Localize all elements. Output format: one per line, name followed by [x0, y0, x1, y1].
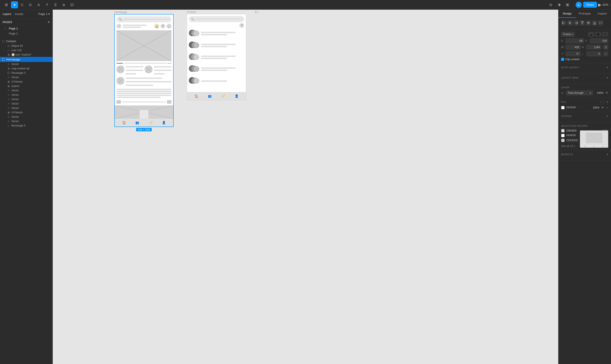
- layer-item-map-marker[interactable]: ⊟ map-marker-alt: [0, 66, 53, 71]
- contact-frame[interactable]: 🔍 📍: [187, 14, 246, 100]
- align-middle[interactable]: [586, 20, 591, 26]
- comment-tool[interactable]: [68, 1, 76, 8]
- pen-tool[interactable]: [35, 1, 42, 8]
- svg-rect-24: [2, 58, 3, 59]
- resize-reset[interactable]: ⤢: [603, 51, 608, 56]
- location-icon-wf: 📍: [160, 24, 165, 28]
- layer-item-rect3[interactable]: Rectangle 3: [0, 71, 53, 75]
- contrast-tool[interactable]: [556, 1, 563, 8]
- layer-item-3friends2[interactable]: ⊞ 3-Friends: [0, 110, 53, 115]
- shape-tool[interactable]: [27, 1, 34, 8]
- align-top[interactable]: [580, 20, 585, 26]
- pages-section: Pages + ✓ Page 1 Page 2: [0, 18, 53, 38]
- svg-rect-42: [562, 23, 565, 23]
- frame-tool[interactable]: [18, 1, 26, 8]
- layer-item-3friends1[interactable]: ⊞ 3-Friends: [0, 79, 53, 84]
- remove-fill[interactable]: −: [606, 106, 608, 110]
- sel-swatch-1[interactable]: [561, 129, 565, 132]
- tl1: [117, 89, 172, 90]
- layer-item-vector3[interactable]: Vector: [0, 88, 53, 93]
- angle-input[interactable]: [566, 52, 581, 56]
- text-tool[interactable]: T: [43, 1, 51, 8]
- layer-item-vector2[interactable]: Vector: [0, 75, 53, 79]
- svg-rect-60: [587, 23, 590, 23]
- tab-design[interactable]: Design: [558, 10, 576, 18]
- tab-assets[interactable]: Assets: [15, 12, 23, 16]
- blend-mode-dropdown[interactable]: Pass through ▾: [566, 91, 593, 95]
- multi-player[interactable]: [564, 1, 571, 8]
- svg-rect-64: [593, 24, 596, 24]
- align-bottom[interactable]: [592, 20, 597, 26]
- layer-item-vector5[interactable]: Vector: [0, 97, 53, 102]
- homepage-frame-label: Homepage: [114, 11, 127, 14]
- fill-dots[interactable]: ⋮⋮: [599, 100, 606, 104]
- corner-icon: ⌐: [582, 52, 585, 55]
- l7: [126, 78, 162, 79]
- blend-visibility[interactable]: 👁: [605, 91, 608, 95]
- hand-tool[interactable]: [60, 1, 67, 8]
- frame-dropdown[interactable]: Frame ▾: [561, 32, 575, 37]
- layer-item-ellipse83[interactable]: Ellipse 83: [0, 44, 53, 48]
- component-icon: ⊞: [7, 53, 10, 56]
- x-input[interactable]: -59: [566, 39, 584, 43]
- w-input[interactable]: 428: [566, 45, 581, 50]
- ellipse-icon: [7, 44, 10, 47]
- share-button[interactable]: Share: [583, 2, 597, 8]
- page-item-page2[interactable]: Page 2: [3, 31, 50, 36]
- frame-fit-btn[interactable]: ⤡: [602, 32, 608, 37]
- figma-logo[interactable]: [3, 1, 10, 8]
- distribute-h[interactable]: [598, 20, 603, 26]
- see-all-link[interactable]: See all 13 c...: [561, 144, 577, 148]
- homepage-frame[interactable]: 🔍 ✕ 🔔 📍 💬: [114, 14, 174, 127]
- page-item-page1[interactable]: ✓ Page 1: [3, 26, 50, 31]
- frame-icon-homepage: [2, 58, 5, 61]
- layer-group-contact[interactable]: Contact: [0, 39, 53, 44]
- fill-color-swatch[interactable]: [561, 106, 565, 109]
- canvas-scroll[interactable]: Homepage 🔍 ✕: [53, 10, 558, 364]
- layer-group-homepage[interactable]: Homepage: [0, 57, 53, 62]
- y-input[interactable]: -316: [590, 39, 609, 43]
- layer-item-vector6[interactable]: Vector: [0, 102, 53, 106]
- add-layout-grid[interactable]: +: [606, 76, 608, 80]
- layer-item-vector1[interactable]: Vector: [0, 62, 53, 66]
- layer-item-icon-explore[interactable]: ⊞ 🧭 icon "explore": [0, 52, 53, 57]
- frame-phone-btn[interactable]: 📱: [588, 32, 594, 37]
- layer-item-vector9[interactable]: Vector: [0, 119, 53, 123]
- layer-item-vector4[interactable]: Vector: [0, 93, 53, 97]
- sel-swatch-2[interactable]: [561, 134, 565, 137]
- page-select[interactable]: Page 1 ▾: [39, 12, 50, 16]
- fill-visibility[interactable]: 👁: [601, 106, 604, 109]
- play-button[interactable]: ▶: [598, 2, 601, 7]
- layer-item-line118[interactable]: — Line 118: [0, 48, 53, 52]
- layer-item-rect5[interactable]: — Rectangle 5: [0, 123, 53, 128]
- add-fill[interactable]: +: [606, 100, 608, 104]
- layer-item-vector7[interactable]: Vector: [0, 106, 53, 110]
- zoom-level[interactable]: 62%: [603, 3, 608, 6]
- user-avatar[interactable]: L: [576, 2, 582, 8]
- add-effect[interactable]: +: [606, 153, 608, 156]
- corner-input[interactable]: [586, 52, 601, 56]
- h-input[interactable]: 1164: [586, 45, 601, 50]
- add-auto-layout[interactable]: +: [606, 65, 608, 69]
- tab-inspect[interactable]: Inspect: [593, 10, 611, 18]
- sel-swatch-3[interactable]: [561, 139, 565, 142]
- layer-item-vector8[interactable]: Vector: [0, 115, 53, 119]
- layer-item-search[interactable]: ⊞ search: [0, 84, 53, 88]
- stroke-section: Stroke +: [558, 112, 611, 122]
- component-assets[interactable]: [547, 1, 554, 8]
- tab-prototype[interactable]: Prototype: [576, 10, 594, 18]
- tab-layers[interactable]: Layers: [3, 12, 11, 16]
- proportional-lock[interactable]: ⛓: [603, 45, 608, 50]
- align-right[interactable]: [573, 20, 579, 26]
- tool-group-shape: [27, 1, 34, 8]
- align-left[interactable]: [561, 20, 566, 26]
- component-tool[interactable]: [52, 1, 59, 8]
- vector-icon-6: [7, 102, 10, 105]
- align-center-h[interactable]: [567, 20, 572, 26]
- auto-layout-title: Auto layout +: [561, 65, 608, 69]
- add-page-button[interactable]: +: [47, 20, 50, 24]
- clip-content-checkbox[interactable]: [561, 58, 564, 61]
- add-stroke[interactable]: +: [606, 114, 608, 118]
- frame-desktop-btn[interactable]: 🖥: [595, 32, 601, 37]
- select-tool[interactable]: [11, 1, 18, 8]
